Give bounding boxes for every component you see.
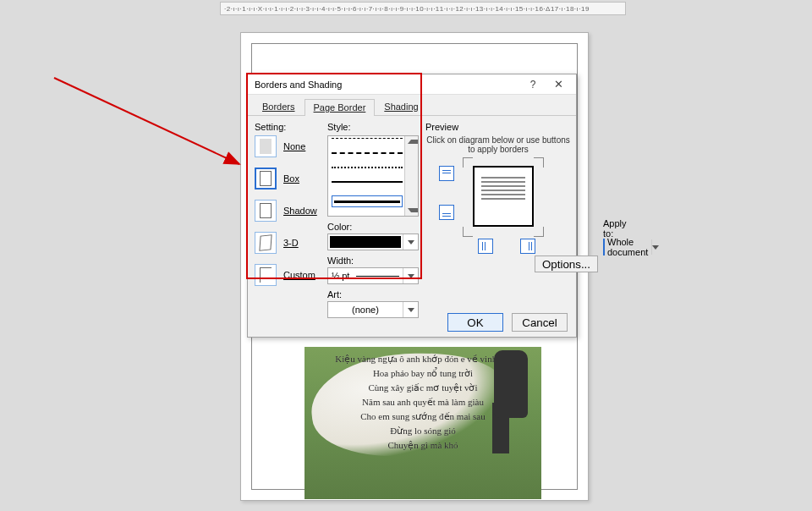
tab-page-border[interactable]: Page Border xyxy=(304,99,376,116)
borders-and-shading-dialog: Borders and Shading ? ✕ Borders Page Bor… xyxy=(247,74,577,338)
help-icon[interactable]: ? xyxy=(520,79,546,91)
setting-custom-label: Custom xyxy=(283,270,315,280)
poem-line: Kiệu vàng ngựa ô anh khớp đón e về vinh … xyxy=(304,352,541,366)
chevron-down-icon xyxy=(403,268,418,283)
crop-mark xyxy=(463,227,473,237)
dialog-tabs: Borders Page Border Shading xyxy=(248,95,576,116)
poem-line: Cho em sung sướng đến mai sau xyxy=(304,409,541,424)
dialog-footer: OK Cancel xyxy=(248,308,576,337)
border-right-button[interactable] xyxy=(520,239,535,254)
setting-none-label: None xyxy=(283,141,305,151)
annotation-arrow xyxy=(49,73,252,183)
preview-page-icon[interactable] xyxy=(473,166,534,227)
setting-custom[interactable]: Custom xyxy=(255,264,324,286)
setting-box[interactable]: Box xyxy=(255,168,324,190)
document-image: Kiệu vàng ngựa ô anh khớp đón e về vinh … xyxy=(304,347,541,499)
style-option[interactable] xyxy=(332,138,403,151)
setting-shadow-label: Shadow xyxy=(283,206,317,216)
poem-line: Hoa pháo bay nổ tung trời xyxy=(304,366,541,381)
close-icon[interactable]: ✕ xyxy=(546,78,571,91)
style-scrollbar[interactable] xyxy=(404,136,418,216)
style-option-selected[interactable] xyxy=(332,195,403,207)
preview-area xyxy=(425,161,571,254)
setting-column: Setting: None Box Shadow 3-D Custom xyxy=(255,120,324,296)
style-label: Style: xyxy=(327,122,419,132)
style-option[interactable] xyxy=(332,181,403,194)
chevron-down-icon xyxy=(403,234,418,250)
color-dropdown[interactable] xyxy=(327,234,419,250)
poem-text: Kiệu vàng ngựa ô anh khớp đón e về vinh … xyxy=(304,352,541,453)
apply-to-label: Apply to: xyxy=(603,218,627,239)
tab-shading[interactable]: Shading xyxy=(375,98,427,115)
border-bottom-button[interactable] xyxy=(439,205,454,220)
setting-box-label: Box xyxy=(283,173,299,184)
tab-borders[interactable]: Borders xyxy=(253,98,304,115)
preview-hint: Click on diagram below or use buttons to… xyxy=(425,135,571,154)
chevron-down-icon xyxy=(651,239,659,255)
ok-button[interactable]: OK xyxy=(447,313,503,332)
setting-3d-label: 3-D xyxy=(283,238,299,248)
setting-none[interactable]: None xyxy=(255,135,324,157)
style-listbox[interactable] xyxy=(327,135,419,217)
color-swatch xyxy=(330,236,401,248)
style-option[interactable] xyxy=(332,152,403,165)
apply-to-dropdown[interactable]: Whole document xyxy=(603,239,605,256)
color-label: Color: xyxy=(327,222,419,232)
crop-mark xyxy=(534,227,544,237)
apply-to-value: Whole document xyxy=(607,237,648,257)
setting-label: Setting: xyxy=(255,122,324,132)
dialog-titlebar: Borders and Shading ? ✕ xyxy=(248,74,576,95)
poem-line: Chuyện gì mà khó xyxy=(304,438,541,453)
border-left-button[interactable] xyxy=(478,239,493,254)
poem-line: Năm sau anh quyết mà làm giàu xyxy=(304,395,541,409)
poem-line: Đừng lo sóng gió xyxy=(304,424,541,438)
width-value: ½ pt xyxy=(332,271,349,281)
crop-mark xyxy=(534,157,544,168)
horizontal-ruler: ·2·ı·ı·1·ı·ı·X·ı·ı·1·ı·ı·2·ı·ı·3·ı·ı·4·ı… xyxy=(220,2,626,15)
none-icon xyxy=(255,135,277,157)
setting-3d[interactable]: 3-D xyxy=(255,232,324,254)
shadow-icon xyxy=(255,200,277,222)
options-button[interactable]: Options... xyxy=(535,256,598,272)
style-column: Style: Color: Width: ½ pt xyxy=(327,120,419,318)
svg-line-0 xyxy=(54,78,239,164)
box-icon xyxy=(255,168,277,190)
cancel-button[interactable]: Cancel xyxy=(512,313,568,332)
width-dropdown[interactable]: ½ pt xyxy=(327,267,419,284)
threeD-icon xyxy=(255,232,277,254)
custom-icon xyxy=(255,264,277,286)
preview-column: Preview Click on diagram below or use bu… xyxy=(425,120,571,262)
poem-line: Cùng xây giấc mơ tuyệt vời xyxy=(304,381,541,395)
preview-label: Preview xyxy=(425,122,571,132)
setting-shadow[interactable]: Shadow xyxy=(255,200,324,222)
width-label: Width: xyxy=(327,256,419,266)
style-option[interactable] xyxy=(332,167,403,179)
dialog-title: Borders and Shading xyxy=(255,80,520,90)
art-label: Art: xyxy=(327,289,419,299)
border-top-button[interactable] xyxy=(439,166,454,181)
crop-mark xyxy=(463,157,473,168)
